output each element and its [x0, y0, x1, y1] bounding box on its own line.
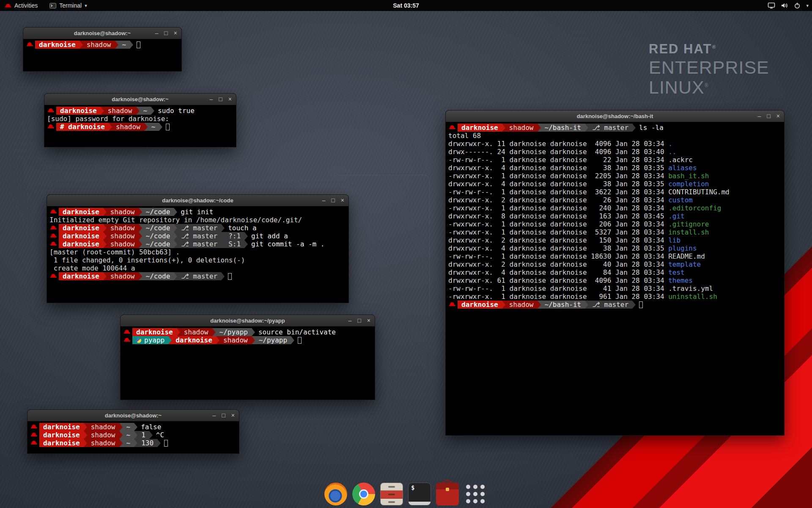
powerline-separator	[119, 431, 123, 439]
prompt-segment-git: ⎇ master	[588, 124, 632, 132]
terminal-line: drwxrwxr-x. 8 darknoise darknoise 163 Ja…	[448, 212, 782, 220]
terminal-line: darknoiseshadow~false	[30, 423, 236, 431]
clock[interactable]: Sat 03:57	[393, 2, 419, 9]
maximize-button[interactable]: □	[222, 410, 225, 421]
maximize-button[interactable]: □	[357, 315, 361, 326]
close-button[interactable]: ×	[174, 28, 177, 39]
terminal-output-text: -rwxrwxr-x. 1 darknoise darknoise 2205 J…	[448, 172, 668, 180]
window-title-bar[interactable]: darknoise@shadow:~ – □ ×	[44, 94, 236, 105]
prompt-segment-user: darknoise	[59, 240, 103, 248]
rhel-brand-text: RED HAT® ENTERPRISE LINUX®	[649, 42, 769, 97]
terminal-icon[interactable]: $	[408, 483, 431, 505]
terminal-window-home-1: darknoise@shadow:~ – □ × darknoiseshadow…	[23, 27, 182, 72]
close-button[interactable]: ×	[367, 315, 370, 326]
powerline-separator	[134, 439, 137, 447]
terminal-output-text: uninstall.sh	[668, 293, 717, 301]
grid-dot	[480, 485, 485, 489]
toolbox-icon[interactable]	[436, 483, 459, 505]
terminal-output-text: -rwxrwxr-x. 1 darknoise darknoise 961 Ja…	[448, 293, 668, 301]
maximize-button[interactable]: □	[767, 110, 770, 122]
terminal-content[interactable]: darknoiseshadow~/bash-it⎇ masterls -lato…	[446, 122, 784, 435]
maximize-button[interactable]: □	[331, 195, 335, 206]
close-button[interactable]: ×	[776, 110, 780, 122]
powerline-separator	[291, 336, 294, 344]
close-button[interactable]: ×	[341, 195, 344, 206]
powerline-separator	[221, 240, 225, 248]
minimize-button[interactable]: –	[322, 195, 326, 206]
redhat-prompt-icon	[449, 125, 455, 131]
window-title-bar[interactable]: darknoise@shadow:~/pyapp – □ ×	[121, 315, 375, 327]
powerline-separator	[632, 301, 636, 309]
window-title-bar[interactable]: darknoise@shadow:~ – □ ×	[27, 410, 239, 422]
powerline-separator	[157, 439, 161, 447]
window-title-bar[interactable]: darknoise@shadow:~/code – □ ×	[47, 195, 348, 207]
files-icon[interactable]	[380, 483, 403, 505]
command-text: ^C	[156, 431, 164, 439]
powerline-separator	[221, 272, 225, 280]
terminal-content[interactable]: darknoiseshadow~/codegit initInitialized…	[47, 206, 348, 303]
files-drawer-bottom	[381, 499, 403, 505]
system-status-area[interactable]: ▾	[768, 0, 809, 11]
terminal-output-text: themes	[668, 276, 693, 284]
minimize-button[interactable]: –	[213, 410, 216, 421]
terminal-content[interactable]: darknoiseshadow~falsedarknoiseshadow~1^C…	[27, 421, 239, 453]
powerline-separator	[632, 124, 636, 132]
terminal-line: -rw-rw-r--. 1 darknoise darknoise 3622 J…	[448, 188, 782, 196]
redhat-prompt-icon	[50, 241, 57, 247]
powerline-separator	[139, 224, 142, 232]
powerline-separator	[502, 124, 505, 132]
window-title-bar[interactable]: darknoise@shadow:~ – □ ×	[23, 28, 181, 39]
activities-button[interactable]: Activities	[0, 0, 42, 11]
terminal-output-text: CONTRIBUTING.md	[668, 188, 730, 196]
show-applications-icon[interactable]	[464, 483, 487, 505]
powerline-separator	[115, 41, 118, 49]
minimize-button[interactable]: –	[210, 94, 213, 105]
window-title-bar[interactable]: darknoise@shadow:~/bash-it – □ ×	[446, 110, 784, 122]
powerline-separator	[244, 232, 248, 240]
prompt-segment-exit: 1	[137, 431, 149, 439]
prompt-segment-path: ~	[123, 423, 134, 431]
terminal-line: total 68	[448, 132, 782, 140]
close-button[interactable]: ×	[228, 94, 232, 105]
terminal-line: drwxrwxr-x. 4 darknoise darknoise 38 Jan…	[448, 180, 782, 188]
prompt-segment-host: shadow	[107, 240, 139, 248]
window-title: darknoise@shadow:~/pyapp	[121, 315, 375, 326]
prompt-segment-path: ~/bash-it	[541, 301, 585, 309]
command-text: git add a	[251, 232, 288, 240]
prompt-segment-host: shadow	[87, 439, 119, 447]
chrome-icon[interactable]	[352, 483, 375, 505]
window-title: darknoise@shadow:~/bash-it	[446, 110, 784, 122]
terminal-window-home-2: darknoise@shadow:~ – □ × darknoiseshadow…	[27, 409, 239, 454]
terminal-output-text: test	[668, 268, 685, 276]
prompt-segment-path: ~/bash-it	[541, 124, 585, 132]
maximize-button[interactable]: □	[164, 28, 167, 39]
minimize-button[interactable]: –	[348, 315, 352, 326]
terminal-content[interactable]: darknoiseshadow~	[23, 39, 181, 71]
powerline-separator	[103, 208, 107, 216]
firefox-icon[interactable]	[324, 483, 347, 505]
terminal-content[interactable]: darknoiseshadow~/pyappsource bin/activat…	[121, 326, 375, 400]
terminal-line: -rw-rw-r--. 1 darknoise darknoise 18630 …	[448, 252, 782, 260]
maximize-button[interactable]: □	[219, 94, 222, 105]
terminal-output-text: custom	[668, 196, 693, 204]
command-text: git init	[181, 208, 213, 216]
minimize-button[interactable]: –	[758, 110, 761, 122]
prompt-segment-host: shadow	[219, 336, 252, 344]
terminal-cursor	[639, 301, 643, 308]
app-menu-label: Terminal	[59, 2, 82, 9]
powerline-separator	[119, 423, 123, 431]
prompt-segment-user: darknoise	[59, 224, 103, 232]
powerline-separator	[103, 272, 107, 280]
terminal-line: darknoiseshadow~/code⎇ master?:1git add …	[49, 232, 346, 240]
close-button[interactable]: ×	[231, 410, 235, 421]
desktop: RED HAT® ENTERPRISE LINUX® darknoise@sha…	[0, 0, 812, 508]
dock: $	[324, 483, 487, 505]
terminal-line: drwxrwxr-x. 2 darknoise darknoise 150 Ja…	[448, 236, 782, 244]
terminal-line: darknoiseshadow~/bash-it⎇ master	[448, 301, 782, 309]
terminal-content[interactable]: darknoiseshadow~sudo true[sudo] password…	[44, 105, 236, 147]
command-text: false	[141, 423, 161, 431]
redhat-prompt-icon	[124, 337, 130, 343]
app-menu-terminal[interactable]: Terminal ▾	[45, 0, 91, 11]
minimize-button[interactable]: –	[155, 28, 159, 39]
powerline-separator	[177, 328, 180, 336]
